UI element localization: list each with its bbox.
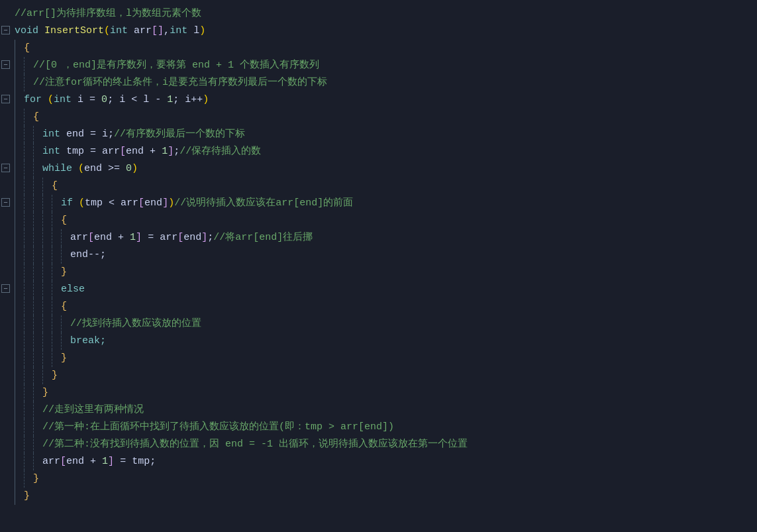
line-14-text: arr[end + 1] = arr[end];//将arr[end]往后挪 [70, 229, 757, 246]
line-16: } [15, 264, 757, 281]
line-13: { [15, 212, 757, 229]
line-11-text: { [52, 178, 757, 195]
line-21-text: } [61, 350, 757, 367]
line-4: //[0 ，end]是有序数列，要将第 end + 1 个数插入有序数列 [15, 57, 757, 74]
line-13-text: { [61, 212, 757, 229]
line-3-text: { [24, 40, 757, 57]
line-15: end--; [15, 246, 757, 264]
line-26-text: //第二种:没有找到待插入数的位置，因 end = -1 出循环，说明待插入数应… [42, 436, 757, 453]
line-29: } [15, 488, 757, 505]
line-17: else [15, 281, 757, 298]
line-26: //第二种:没有找到待插入数的位置，因 end = -1 出循环，说明待插入数应… [15, 436, 757, 453]
line-12: if (tmp < arr[end])//说明待插入数应该在arr[end]的前… [15, 195, 757, 212]
line-11: { [15, 178, 757, 195]
line-4-text: //[0 ，end]是有序数列，要将第 end + 1 个数插入有序数列 [33, 57, 757, 74]
line-18-text: { [61, 298, 757, 315]
line-22-text: } [52, 367, 757, 384]
line-5: //注意for循环的终止条件，i是要充当有序数列最后一个数的下标 [15, 74, 757, 91]
line-24-text: //走到这里有两种情况 [42, 401, 757, 419]
fold-gutter[interactable]: − − − − − − [0, 5, 12, 527]
line-7-text: { [33, 109, 757, 126]
line-19-text: //找到待插入数应该放的位置 [70, 315, 757, 333]
line-21: } [15, 350, 757, 367]
line-10-text: while (end >= 0) [42, 160, 757, 178]
line-6-text: for (int i = 0; i < l - 1; i++) [24, 91, 757, 109]
line-23-text: } [42, 384, 757, 401]
line-2-text: void InsertSort(int arr[],int l) [15, 23, 757, 40]
code-editor: − − − − − − //arr[]为待排序数组，l为数组元素个数 void … [0, 0, 757, 532]
line-6: for (int i = 0; i < l - 1; i++) [15, 91, 757, 109]
line-15-text: end--; [70, 246, 757, 264]
line-28-text: } [33, 470, 757, 488]
line-25-text: //第一种:在上面循环中找到了待插入数应该放的位置(即：tmp > arr[en… [42, 419, 757, 436]
fold-marker-func[interactable]: − [1, 26, 10, 34]
line-12-text: if (tmp < arr[end])//说明待插入数应该在arr[end]的前… [61, 195, 757, 212]
line-27-text: arr[end + 1] = tmp; [42, 453, 757, 470]
line-3: { [15, 40, 757, 57]
line-16-text: } [61, 264, 757, 281]
line-8-text: int end = i;//有序数列最后一个数的下标 [42, 126, 757, 143]
line-22: } [15, 367, 757, 384]
line-18: { [15, 298, 757, 315]
line-27: arr[end + 1] = tmp; [15, 453, 757, 470]
line-17-text: else [61, 281, 757, 298]
line-9: int tmp = arr[end + 1];//保存待插入的数 [15, 143, 757, 160]
line-14: arr[end + 1] = arr[end];//将arr[end]往后挪 [15, 229, 757, 246]
fold-marker-while[interactable]: − [1, 164, 10, 172]
line-8: int end = i;//有序数列最后一个数的下标 [15, 126, 757, 143]
line-9-text: int tmp = arr[end + 1];//保存待插入的数 [42, 143, 757, 160]
line-1: //arr[]为待排序数组，l为数组元素个数 [15, 5, 757, 23]
line-20: break; [15, 333, 757, 350]
fold-marker-for[interactable]: − [1, 95, 10, 103]
line-19: //找到待插入数应该放的位置 [15, 315, 757, 333]
line-24: //走到这里有两种情况 [15, 401, 757, 419]
code-content: //arr[]为待排序数组，l为数组元素个数 void InsertSort(i… [12, 5, 757, 527]
line-5-text: //注意for循环的终止条件，i是要充当有序数列最后一个数的下标 [33, 74, 757, 91]
line-20-text: break; [70, 333, 757, 350]
fold-marker-if[interactable]: − [1, 198, 10, 207]
line-7: { [15, 109, 757, 126]
line-29-text: } [24, 488, 757, 505]
line-2: void InsertSort(int arr[],int l) [15, 23, 757, 40]
fold-marker-else[interactable]: − [1, 284, 10, 293]
line-23: } [15, 384, 757, 401]
line-25: //第一种:在上面循环中找到了待插入数应该放的位置(即：tmp > arr[en… [15, 419, 757, 436]
line-28: } [15, 470, 757, 488]
line-1-text: //arr[]为待排序数组，l为数组元素个数 [15, 5, 757, 23]
line-10: while (end >= 0) [15, 160, 757, 178]
fold-marker-comment1[interactable]: − [1, 60, 10, 69]
